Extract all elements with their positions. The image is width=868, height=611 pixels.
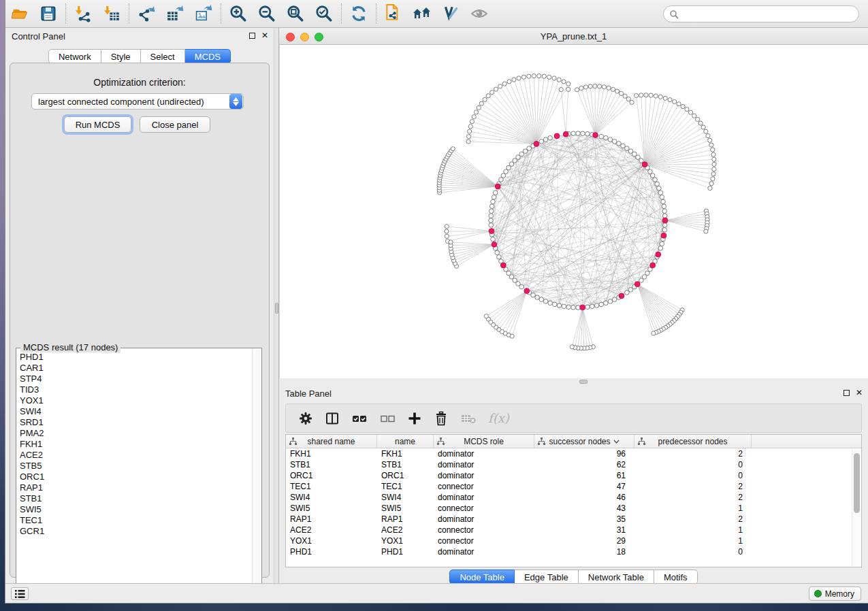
table-cell: RAP1 [377, 514, 434, 524]
export-image-icon[interactable] [189, 2, 218, 25]
refresh-icon[interactable] [344, 2, 373, 25]
list-item[interactable]: GCR1 [20, 526, 252, 537]
table-cell: connector [434, 536, 534, 546]
list-item[interactable]: ACE2 [20, 450, 252, 461]
export-table-icon[interactable] [161, 2, 189, 25]
float-panel-icon[interactable] [249, 33, 255, 39]
column-header[interactable]: name [377, 435, 434, 448]
table-toolbar: f(x) [285, 403, 862, 433]
zoom-fit-icon[interactable] [281, 2, 310, 25]
add-row-icon[interactable] [407, 411, 422, 426]
table-row[interactable]: SWI4SWI4dominator462 [286, 492, 861, 503]
list-item[interactable]: CAR1 [20, 363, 252, 374]
vertical-splitter[interactable] [274, 28, 279, 583]
network-graph [280, 45, 868, 378]
network-canvas[interactable] [279, 45, 868, 378]
table-row[interactable]: STB1STB1dominator620 [286, 459, 861, 470]
table-cell: 2 [634, 493, 752, 502]
float-panel-icon[interactable] [843, 390, 850, 396]
table-row[interactable]: ORC1ORC1dominator610 [286, 470, 861, 481]
close-panel-icon[interactable]: ✕ [261, 32, 268, 39]
open-file-icon[interactable] [5, 2, 34, 25]
mcds-result-list[interactable]: PHD1CAR1STP4TID3YOX1SWI4SRD1PMA2FKH1ACE2… [17, 349, 252, 599]
tab-mcds[interactable]: MCDS [185, 49, 231, 64]
table-row[interactable]: PHD1PHD1dominator180 [286, 546, 861, 557]
task-history-button[interactable] [11, 587, 29, 600]
table-cell: 2 [634, 482, 752, 491]
delete-row-icon[interactable] [434, 411, 449, 426]
list-item[interactable]: STB1 [20, 493, 252, 504]
table-cell: 0 [634, 460, 752, 469]
node-table[interactable]: shared namenameMCDS rolesuccessor nodesp… [285, 434, 862, 567]
list-item[interactable]: SRD1 [20, 417, 252, 428]
criterion-value: largest connected component (undirected) [32, 97, 229, 107]
horizontal-splitter[interactable] [279, 378, 868, 385]
tab-network-table[interactable]: Network Table [579, 569, 654, 584]
settings-gear-icon[interactable] [298, 411, 313, 426]
table-cell: 31 [534, 525, 634, 535]
list-item[interactable]: ORC1 [20, 472, 252, 482]
list-item[interactable]: PMA2 [20, 428, 252, 439]
status-bar: Memory [5, 583, 868, 603]
column-header[interactable]: predecessor nodes [634, 435, 752, 448]
scrollbar-thumb[interactable] [854, 453, 860, 513]
zoom-in-icon[interactable] [224, 2, 253, 25]
table-scrollbar[interactable] [852, 449, 861, 566]
import-network-icon[interactable] [69, 2, 97, 25]
table-cell: 1 [634, 525, 752, 535]
table-row[interactable]: FKH1FKH1dominator962 [286, 448, 861, 459]
column-header[interactable]: successor nodes [534, 435, 634, 448]
list-item[interactable]: PHD1 [20, 352, 252, 363]
zoom-selected-icon[interactable] [310, 2, 338, 25]
export-network-icon[interactable] [132, 2, 161, 25]
network-from-document-icon[interactable] [379, 2, 408, 25]
splitter-handle[interactable] [275, 303, 278, 314]
list-item[interactable]: TID3 [20, 384, 252, 395]
show-graphics-eye-icon[interactable] [465, 2, 494, 25]
table-cell: connector [434, 525, 534, 535]
list-item[interactable]: YOX1 [20, 395, 252, 406]
tab-edge-table[interactable]: Edge Table [515, 569, 579, 584]
tab-style[interactable]: Style [101, 49, 141, 64]
tab-network[interactable]: Network [48, 49, 101, 64]
list-item[interactable]: RAP1 [20, 482, 252, 493]
annotations-icon[interactable] [436, 2, 465, 25]
close-panel-icon[interactable]: ✕ [856, 389, 863, 396]
table-row[interactable]: TEC1TEC1connector472 [286, 481, 861, 492]
table-row[interactable]: SWI5SWI5connector431 [286, 503, 861, 514]
list-item[interactable]: SWI5 [20, 504, 252, 515]
table-row[interactable]: YOX1YOX1connector291 [286, 535, 861, 546]
columns-icon[interactable] [325, 411, 340, 426]
first-neighbors-icon[interactable] [408, 2, 436, 25]
memory-button[interactable]: Memory [809, 587, 861, 601]
table-cell: 47 [534, 482, 634, 491]
list-item[interactable]: STB5 [20, 461, 252, 472]
list-item[interactable]: STP4 [20, 374, 252, 384]
tab-node-table[interactable]: Node Table [449, 569, 515, 584]
import-table-icon[interactable] [97, 2, 126, 25]
table-row[interactable]: ACE2ACE2connector311 [286, 525, 861, 535]
list-item[interactable]: FKH1 [20, 439, 252, 450]
select-all-icon[interactable] [351, 411, 368, 426]
tab-motifs[interactable]: Motifs [654, 569, 698, 584]
network-window-titlebar[interactable]: YPA_prune.txt_1 [279, 29, 868, 45]
list-icon [14, 589, 25, 599]
column-header[interactable]: MCDS role [434, 435, 534, 448]
mcds-list-scrollbar[interactable] [252, 349, 261, 599]
network-and-table-area: YPA_prune.txt_1 Table Panel ✕ [279, 28, 868, 583]
list-item[interactable]: SWI4 [20, 406, 252, 417]
list-item[interactable]: TEC1 [20, 515, 252, 526]
close-panel-button[interactable]: Close panel [140, 116, 210, 133]
memory-label: Memory [825, 589, 854, 599]
splitter-handle[interactable] [579, 380, 588, 384]
deselect-all-icon[interactable] [379, 411, 396, 426]
search-box[interactable] [663, 5, 859, 22]
column-header[interactable]: shared name [286, 435, 377, 448]
run-mcds-button[interactable]: Run MCDS [64, 116, 131, 133]
search-input[interactable] [679, 10, 858, 19]
zoom-out-icon[interactable] [253, 2, 281, 25]
tab-select[interactable]: Select [141, 49, 185, 64]
criterion-dropdown[interactable]: largest connected component (undirected) [31, 93, 244, 110]
table-row[interactable]: RAP1RAP1dominator352 [286, 514, 861, 525]
save-session-icon[interactable] [34, 2, 63, 25]
